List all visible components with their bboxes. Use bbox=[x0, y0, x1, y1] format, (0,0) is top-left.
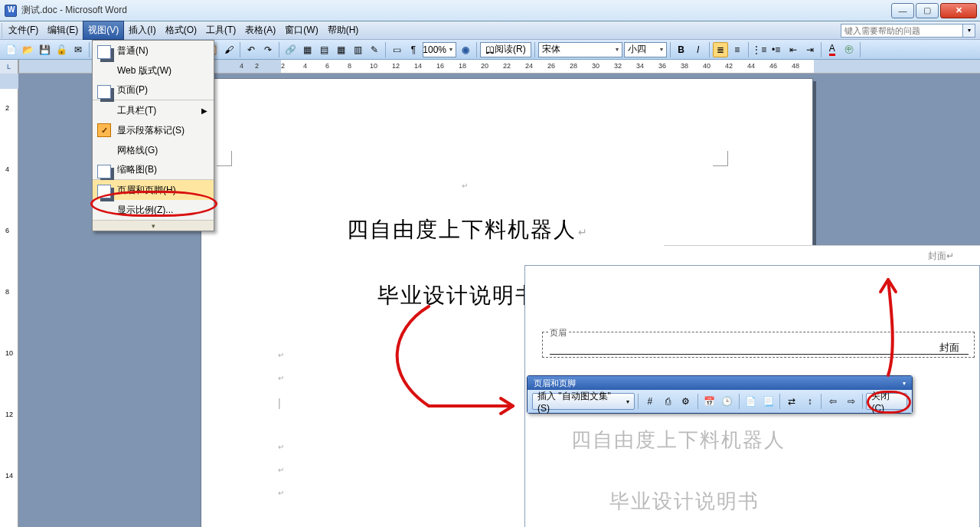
headerfooter-toolbar-body: 插入 "自动图文集" (S)▾ # ⎙ ⚙ 📅 🕒 📄 📃 ⇄ ↕ ⇦ ⇨ 关闭… bbox=[528, 390, 912, 413]
page-count-icon[interactable]: ⎙ bbox=[660, 393, 677, 410]
align-justify-icon[interactable]: ≣ bbox=[713, 42, 728, 57]
indent-icon[interactable]: ⇥ bbox=[802, 42, 818, 57]
menu-tools[interactable]: 工具(T) bbox=[201, 21, 240, 39]
help-icon[interactable]: ◉ bbox=[458, 42, 473, 57]
ruler-tick: 4 bbox=[303, 62, 307, 70]
prev-section-icon[interactable]: ⇦ bbox=[825, 393, 841, 410]
doc-heading-1[interactable]: 四自由度上下料机器人 bbox=[347, 215, 577, 244]
ruler-tick: 4 bbox=[5, 165, 9, 173]
permission-icon[interactable]: 🔓 bbox=[54, 42, 69, 57]
autotext-button[interactable]: 插入 "自动图文集" (S)▾ bbox=[532, 393, 635, 410]
read-button[interactable]: 🕮 阅读(R) bbox=[480, 42, 531, 57]
menu-item-zoomdlg[interactable]: 显示比例(Z)... bbox=[93, 200, 214, 220]
next-section-icon[interactable]: ⇨ bbox=[843, 393, 860, 410]
paragraph-mark-icon: ↵ bbox=[578, 226, 587, 238]
ruler-tick: 30 bbox=[592, 62, 599, 70]
columns-icon[interactable]: ▥ bbox=[350, 42, 365, 57]
zoom-combo[interactable]: 100%▾ bbox=[423, 42, 456, 57]
doc-icon bbox=[97, 165, 111, 178]
headerfooter-toolbar[interactable]: 页眉和页脚▾ 插入 "自动图文集" (S)▾ # ⎙ ⚙ 📅 🕒 📄 📃 ⇄ ↕… bbox=[527, 375, 913, 414]
ruler-tick: 22 bbox=[503, 62, 511, 70]
cursor-icon: | bbox=[278, 397, 281, 409]
page-setup-icon[interactable]: 📄 bbox=[742, 393, 759, 410]
help-search-input[interactable] bbox=[841, 24, 963, 38]
hyperlink-icon[interactable]: 🔗 bbox=[283, 42, 298, 57]
menu-window[interactable]: 窗口(W) bbox=[280, 21, 322, 39]
header-content[interactable]: 封面 bbox=[550, 341, 969, 355]
bullets-icon[interactable]: •≡ bbox=[769, 42, 784, 57]
numbering-icon[interactable]: ⋮≡ bbox=[752, 42, 767, 57]
ruler-tick: 10 bbox=[5, 349, 13, 357]
doc-icon bbox=[97, 45, 111, 59]
menu-item-normal[interactable]: 普通(N) bbox=[93, 41, 214, 61]
table-border-icon[interactable]: ▦ bbox=[299, 42, 315, 57]
para-mark-icon[interactable]: ¶ bbox=[406, 42, 421, 57]
menu-expand-icon[interactable]: ▾ bbox=[93, 220, 214, 231]
help-search-dropdown[interactable]: ▾ bbox=[963, 24, 975, 38]
doc-heading-2[interactable]: 毕业设计说明书 bbox=[377, 281, 538, 310]
paragraph-mark-icon: ↵ bbox=[462, 182, 468, 190]
menu-item-thumbs[interactable]: 缩略图(B) bbox=[93, 160, 214, 180]
format-painter-icon[interactable]: 🖌 bbox=[221, 42, 237, 57]
ruler-tick: 12 bbox=[5, 411, 13, 418]
menu-item-paramark[interactable]: 显示段落标记(S) bbox=[93, 120, 214, 140]
font-size-combo[interactable]: 小四▾ bbox=[624, 42, 667, 57]
format-page-icon[interactable]: ⚙ bbox=[678, 393, 694, 410]
menu-file[interactable]: 文件(F) bbox=[4, 21, 43, 39]
save-icon[interactable]: 💾 bbox=[37, 42, 52, 57]
menu-table[interactable]: 表格(A) bbox=[240, 21, 280, 39]
page-number-icon[interactable]: # bbox=[642, 393, 658, 410]
undo-icon[interactable]: ↶ bbox=[243, 42, 259, 57]
menu-item-web[interactable]: Web 版式(W) bbox=[93, 61, 214, 80]
switch-hf-icon[interactable]: ↕ bbox=[802, 393, 818, 410]
time-icon[interactable]: 🕒 bbox=[719, 393, 736, 410]
map-icon[interactable]: ▭ bbox=[389, 42, 404, 57]
ruler-tick: 14 bbox=[5, 472, 13, 480]
menu-format[interactable]: 格式(O) bbox=[161, 21, 201, 39]
mail-icon[interactable]: ✉ bbox=[70, 42, 86, 57]
open-icon[interactable]: 📂 bbox=[20, 42, 35, 57]
menu-help[interactable]: 帮助(H) bbox=[323, 21, 364, 39]
bold-icon[interactable]: B bbox=[674, 42, 689, 57]
crop-mark-icon bbox=[713, 151, 728, 166]
close-hf-button[interactable]: 关闭(C) bbox=[866, 393, 907, 410]
ruler-tick: 24 bbox=[525, 62, 533, 70]
show-body-icon[interactable]: 📃 bbox=[760, 393, 777, 410]
minimize-button[interactable]: — bbox=[891, 3, 914, 18]
same-as-prev-icon[interactable]: ⇄ bbox=[783, 393, 800, 410]
ruler-tick: 26 bbox=[547, 62, 555, 70]
insert-table-icon[interactable]: ▤ bbox=[316, 42, 332, 57]
new-doc-icon[interactable]: 📄 bbox=[3, 42, 18, 57]
paragraph-mark-icon: ↵ bbox=[278, 374, 284, 382]
italic-icon[interactable]: I bbox=[691, 42, 706, 57]
menu-edit[interactable]: 编辑(E) bbox=[43, 21, 83, 39]
date-icon[interactable]: 📅 bbox=[701, 393, 718, 410]
vertical-ruler[interactable]: 2468101214 bbox=[0, 74, 18, 527]
headerfooter-toolbar-title[interactable]: 页眉和页脚▾ bbox=[528, 376, 912, 390]
redo-icon[interactable]: ↷ bbox=[260, 42, 276, 57]
menu-item-toolbars[interactable]: 工具栏(T)▶ bbox=[93, 100, 214, 120]
ruler-tick: 6 bbox=[5, 227, 9, 234]
ruler-tick: 12 bbox=[392, 62, 400, 70]
font-color-icon[interactable]: A bbox=[825, 42, 840, 57]
maximize-button[interactable]: ▢ bbox=[916, 3, 939, 18]
excel-icon[interactable]: ▦ bbox=[333, 42, 348, 57]
menu-item-gridlines[interactable]: 网格线(G) bbox=[93, 140, 214, 160]
menu-insert[interactable]: 插入(I) bbox=[124, 21, 160, 39]
app-icon bbox=[5, 5, 17, 17]
menu-view[interactable]: 视图(V) bbox=[83, 21, 124, 40]
outdent-icon[interactable]: ⇤ bbox=[786, 42, 801, 57]
ruler-corner: L bbox=[0, 60, 18, 74]
asian-layout-icon[interactable]: ㊥ bbox=[841, 42, 857, 57]
menu-item-pagelayout[interactable]: 页面(P) bbox=[93, 80, 214, 100]
ruler-tick: 40 bbox=[703, 62, 710, 70]
toolbar-options-icon[interactable]: ▾ bbox=[903, 380, 906, 387]
ruler-tick: 8 bbox=[348, 62, 351, 70]
drawing-icon[interactable]: ✎ bbox=[367, 42, 382, 57]
ruler-tick: 8 bbox=[5, 288, 9, 296]
close-button[interactable]: ✕ bbox=[940, 3, 977, 18]
ruler-tick: 44 bbox=[747, 62, 755, 70]
font-name-combo[interactable]: 宋体▾ bbox=[538, 42, 622, 57]
align-dist-icon[interactable]: ≡ bbox=[730, 42, 745, 57]
menu-item-headerfooter[interactable]: 页眉和页脚(H) bbox=[93, 180, 214, 200]
